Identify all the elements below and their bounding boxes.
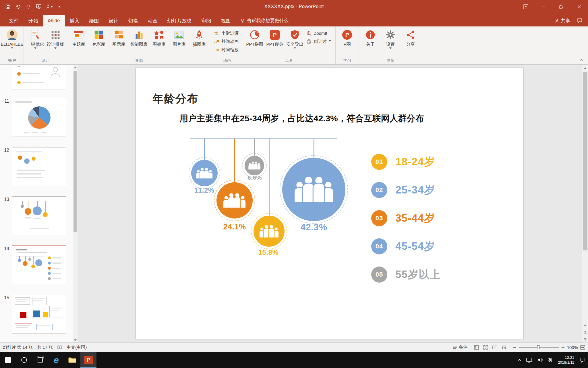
zoomit-button[interactable]: ZoomIt: [305, 29, 330, 37]
comments-button[interactable]: [573, 15, 586, 26]
illustration-library-button[interactable]: 插图库: [189, 27, 209, 47]
editor-scrollbar[interactable]: [582, 65, 588, 342]
scroll-up-button[interactable]: [582, 65, 588, 71]
smooth-transition-button[interactable]: 平滑过渡: [212, 29, 241, 37]
bubble-percent-label[interactable]: 42.3%: [292, 222, 335, 233]
slideshow-view-button[interactable]: [500, 344, 508, 351]
minimize-button[interactable]: [535, 0, 552, 13]
normal-view-button[interactable]: [472, 344, 481, 351]
tab-view[interactable]: 视图: [216, 15, 236, 26]
tab-home[interactable]: 开始: [24, 15, 43, 26]
tab-review[interactable]: 审阅: [197, 15, 216, 26]
slide-thumbnail-15[interactable]: [12, 295, 66, 334]
reading-view-button[interactable]: [491, 344, 499, 351]
chart-bubble-55-plus[interactable]: [245, 156, 264, 175]
language-indicator[interactable]: 中文(中国): [67, 345, 87, 350]
design-layout-button[interactable]: 设计排版: [45, 27, 65, 50]
one-click-optimize-button[interactable]: 一键优化: [25, 27, 45, 50]
taskbar-clock[interactable]: 12:21 2018/1/11: [555, 352, 577, 368]
slide-canvas[interactable]: 年龄分布 用户主要集中在25-34周岁，占比达42.3%，符合互联网人群分布: [136, 68, 524, 339]
tab-transitions[interactable]: 切换: [123, 15, 143, 26]
file-explorer-button[interactable]: [64, 352, 80, 368]
start-slideshow-button[interactable]: [34, 2, 44, 12]
slide-sorter-view-button[interactable]: [481, 344, 490, 351]
scroll-down-button[interactable]: [73, 338, 78, 342]
spellcheck-button[interactable]: [57, 345, 62, 350]
legend-item[interactable]: 04 45-54岁: [371, 238, 509, 254]
bubble-percent-label[interactable]: 11.2%: [189, 186, 220, 194]
share-button[interactable]: 共享: [552, 15, 573, 26]
legend-item[interactable]: 01 18-24岁: [371, 154, 509, 170]
tween-animation-button[interactable]: 补间动画: [212, 37, 241, 46]
zoom-slider-thumb[interactable]: [537, 345, 539, 349]
restore-button[interactable]: [552, 0, 570, 13]
edge-button[interactable]: e: [48, 352, 64, 368]
legend-item[interactable]: 03 35-44岁: [371, 210, 509, 226]
undo-button[interactable]: [13, 2, 23, 12]
tab-design[interactable]: 设计: [104, 15, 123, 26]
slide-thumbnail-13[interactable]: [12, 196, 66, 235]
color-library-button[interactable]: 色彩库: [89, 27, 109, 47]
zoom-slider[interactable]: [519, 347, 559, 348]
next-slide-button[interactable]: [582, 336, 588, 342]
chart-bubble-35-44[interactable]: [216, 182, 253, 218]
collapse-ribbon-button[interactable]: [578, 57, 585, 63]
slide-title[interactable]: 年龄分布: [152, 91, 198, 106]
task-view-button[interactable]: [32, 352, 48, 368]
bubble-percent-label[interactable]: 15.8%: [253, 248, 284, 256]
bubble-percent-label[interactable]: 6.6%: [240, 174, 269, 181]
ribbon-display-options-button[interactable]: [517, 0, 535, 13]
slide-counter[interactable]: 幻灯片 第 14 张，共 17 张: [3, 345, 53, 350]
volume-icon[interactable]: [535, 352, 546, 368]
close-button[interactable]: [570, 0, 588, 13]
ppt-puzzle-button[interactable]: PPT拼图: [245, 27, 265, 47]
slide-thumbnail-10[interactable]: [1, 66, 73, 89]
cortana-button[interactable]: [16, 352, 32, 368]
countdown-button[interactable]: 倒计时: [305, 37, 334, 46]
powerpoint-taskbar-button[interactable]: P: [80, 352, 96, 368]
thumbnail-scrollbar[interactable]: [73, 65, 78, 342]
slide-thumbnail-11[interactable]: [12, 98, 66, 137]
chart-bubble-25-34[interactable]: [282, 158, 345, 221]
slide-thumbnail-12[interactable]: [12, 147, 66, 186]
notes-button[interactable]: 备注: [453, 345, 468, 350]
scrollbar-thumb[interactable]: [74, 71, 77, 232]
safe-export-button[interactable]: 安全导出: [285, 27, 305, 50]
fit-slide-button[interactable]: [580, 345, 585, 350]
ppt-slim-button[interactable]: P PPT瘦身: [265, 27, 285, 47]
scroll-up-button[interactable]: [73, 65, 78, 70]
action-center-button[interactable]: [577, 352, 588, 368]
tab-insert[interactable]: 插入: [65, 15, 84, 26]
legend-item[interactable]: 02 25-34岁: [371, 182, 509, 198]
tab-slideshow[interactable]: 幻灯片放映: [163, 15, 197, 26]
slide-subtitle[interactable]: 用户主要集中在25-34周岁，占比达42.3%，符合互联网人群分布: [179, 113, 424, 124]
time-zoom-button[interactable]: 时间缩放: [212, 46, 241, 54]
start-button[interactable]: [0, 352, 16, 368]
chart-bubble-45-54[interactable]: [191, 160, 218, 186]
zoom-out-button[interactable]: [513, 346, 517, 349]
picture-library-button[interactable]: 图片库: [169, 27, 189, 47]
touch-mode-button[interactable]: [44, 2, 54, 12]
zoom-level[interactable]: 100%: [567, 345, 578, 350]
about-button[interactable]: 关于: [360, 27, 380, 47]
zoom-in-button[interactable]: [561, 346, 565, 349]
tab-draw[interactable]: 绘图: [84, 15, 104, 26]
customize-quick-access-button[interactable]: [55, 2, 64, 12]
display-cast-icon[interactable]: [524, 352, 535, 368]
tab-file[interactable]: 文件: [4, 15, 24, 26]
legend-item[interactable]: 05 55岁以上: [371, 267, 509, 283]
tab-islide[interactable]: iSlide: [43, 15, 65, 26]
ime-indicator[interactable]: 英: [546, 352, 555, 368]
save-button[interactable]: [3, 2, 13, 12]
tray-expand-button[interactable]: [515, 352, 524, 368]
slide-thumbnail-14[interactable]: [12, 246, 66, 284]
p-circle-button[interactable]: P P圈: [337, 27, 357, 47]
chart-bubble-18-24[interactable]: [254, 216, 285, 247]
account-button[interactable]: ELIJAHLEE: [2, 27, 22, 50]
tab-animations[interactable]: 动画: [143, 15, 163, 26]
theme-library-button[interactable]: 主题库: [69, 27, 89, 47]
scrollbar-thumb[interactable]: [583, 72, 587, 250]
ribbon-share-button[interactable]: 分享: [401, 27, 421, 47]
settings-button[interactable]: 设置: [380, 27, 401, 50]
diagram-library-button[interactable]: 图示库: [109, 27, 129, 47]
